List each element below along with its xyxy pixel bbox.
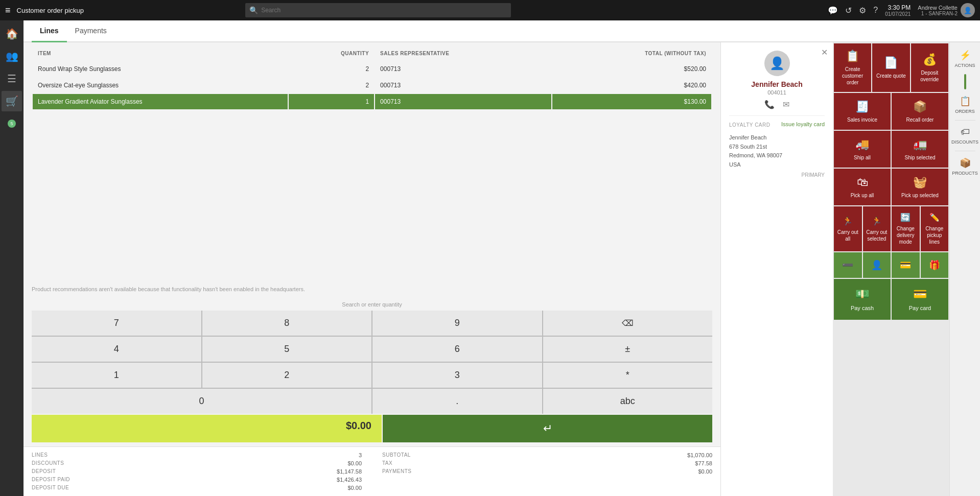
numpad-8[interactable]: 8: [202, 311, 372, 336]
loyalty-section: LOYALTY CARD Issue loyalty card: [729, 115, 825, 128]
customer-close-button[interactable]: ✕: [821, 48, 828, 57]
lightning-icon: ⚡: [960, 50, 971, 61]
numpad-9[interactable]: 9: [372, 311, 542, 336]
pick-up-all-icon: 🛍: [857, 176, 868, 189]
loyalty-label: LOYALTY CARD: [729, 122, 770, 128]
email-icon[interactable]: ✉: [783, 100, 789, 109]
pick-up-selected-button[interactable]: 🧺 Pick up selected: [892, 169, 948, 205]
lines-value: 3: [359, 452, 362, 458]
orders-strip-item[interactable]: 📋 ORDERS: [951, 91, 979, 118]
ship-selected-button[interactable]: 🚛 Ship selected: [892, 131, 948, 168]
amount-due-value-display: $0.00: [32, 415, 382, 442]
sidebar-item-home[interactable]: 🏠: [2, 23, 22, 44]
deposit-override-icon: 💰: [923, 53, 937, 66]
primary-badge: PRIMARY: [729, 172, 825, 178]
table-row[interactable]: Oversize Cat-eye Sunglasses 2 000713 $42…: [33, 78, 711, 93]
carryout-buttons-row: 🏃 Carry out all 🏃 Carry out selected 🔄 C…: [834, 206, 948, 251]
table-row[interactable]: Round Wrap Style Sunglasses 2 000713 $52…: [33, 61, 711, 77]
strip-divider: [955, 120, 975, 121]
icon-btn-gift[interactable]: 🎁: [921, 252, 949, 278]
numpad-plusminus[interactable]: ±: [543, 337, 713, 362]
numpad-4[interactable]: 4: [32, 337, 201, 362]
pick-up-all-button[interactable]: 🛍 Pick up all: [834, 169, 891, 205]
tab-lines[interactable]: Lines: [32, 20, 67, 42]
row-item: Oversize Cat-eye Sunglasses: [33, 78, 288, 93]
ship-all-label: Ship all: [854, 154, 871, 161]
main-content: ITEM QUANTITY SALES REPRESENTATIVE TOTAL…: [24, 42, 980, 496]
ship-selected-icon: 🚛: [913, 138, 927, 151]
issue-loyalty-card-link[interactable]: Issue loyalty card: [781, 121, 825, 127]
deposit-override-button[interactable]: 💰 Deposit override: [911, 43, 948, 92]
change-pickup-lines-button[interactable]: ✏️ Change pickup lines: [921, 206, 949, 251]
row-item: Lavender Gradient Aviator Sunglasses: [33, 94, 288, 109]
pay-cash-button[interactable]: 💵 Pay cash: [834, 279, 891, 320]
create-quote-button[interactable]: 📄 Create quote: [872, 43, 909, 92]
numpad-3[interactable]: 3: [372, 363, 542, 388]
settings-icon[interactable]: ⚙: [859, 6, 866, 15]
tab-payments[interactable]: Payments: [67, 20, 115, 42]
create-customer-order-button[interactable]: 📋 Create customer order: [834, 43, 871, 92]
content-area: Lines Payments ITEM QUANTITY SALES REPRE…: [24, 20, 980, 496]
top-buttons-row: 📋 Create customer order 📄 Create quote 💰…: [834, 43, 948, 92]
time-display: 3:30 PM 01/07/2021: [885, 4, 911, 17]
ship-selected-label: Ship selected: [904, 154, 935, 161]
carry-out-selected-icon: 🏃: [872, 216, 882, 226]
ship-buttons-row: 🚚 Ship all 🚛 Ship selected: [834, 131, 948, 168]
sidebar-badge-item[interactable]: 5: [2, 113, 22, 134]
pay-card-button[interactable]: 💳 Pay card: [892, 279, 948, 320]
sales-invoice-button[interactable]: 🧾 Sales invoice: [834, 93, 891, 130]
chat-icon[interactable]: 💬: [828, 6, 838, 15]
sidebar-item-people[interactable]: 👥: [2, 46, 22, 66]
carry-out-all-button[interactable]: 🏃 Carry out all: [834, 206, 862, 251]
icon-btn-person[interactable]: 👤: [863, 252, 891, 278]
numpad-6[interactable]: 6: [372, 337, 542, 362]
products-strip-item[interactable]: 📦 PRODUCTS: [951, 153, 979, 180]
sidebar-item-cart[interactable]: 🛒: [2, 91, 22, 111]
numpad-5[interactable]: 5: [202, 337, 372, 362]
change-delivery-mode-button[interactable]: 🔄 Change delivery mode: [892, 206, 920, 251]
numpad-abc[interactable]: abc: [543, 389, 713, 414]
search-input[interactable]: [261, 7, 507, 14]
search-bar: 🔍: [245, 3, 511, 17]
carry-out-all-icon: 🏃: [843, 216, 853, 226]
recall-order-button[interactable]: 📦 Recall order: [892, 93, 948, 130]
row-rep: 000713: [375, 94, 551, 109]
search-qty-label: Search or enter quantity: [32, 298, 712, 311]
lines-panel: ITEM QUANTITY SALES REPRESENTATIVE TOTAL…: [24, 42, 720, 496]
icon-btn-minus[interactable]: ➖: [834, 252, 862, 278]
col-rep: SALES REPRESENTATIVE: [375, 46, 551, 60]
numpad-1[interactable]: 1: [32, 363, 201, 388]
products-label: PRODUCTS: [952, 171, 978, 176]
numpad-0[interactable]: 0: [32, 389, 371, 414]
phone-icon[interactable]: 📞: [764, 100, 775, 109]
numpad-multiply[interactable]: *: [543, 363, 713, 388]
hamburger-icon[interactable]: ≡: [5, 5, 11, 16]
carry-out-selected-button[interactable]: 🏃 Carry out selected: [863, 206, 891, 251]
ship-all-button[interactable]: 🚚 Ship all: [834, 131, 891, 168]
numpad-decimal[interactable]: .: [372, 389, 542, 414]
row-qty: 2: [289, 78, 374, 93]
numpad-enter[interactable]: ↵: [383, 415, 712, 442]
help-icon[interactable]: ?: [873, 6, 878, 15]
pay-card-label: Pay card: [909, 305, 931, 311]
numpad-7[interactable]: 7: [32, 311, 201, 336]
table-row[interactable]: Lavender Gradient Aviator Sunglasses 1 0…: [33, 94, 711, 109]
change-pickup-lines-label: Change pickup lines: [924, 225, 946, 245]
pick-up-selected-label: Pick up selected: [901, 192, 939, 199]
discounts-strip-item[interactable]: 🏷 DISCOUNTS: [951, 123, 979, 149]
deposit-due-label: DEPOSIT DUE: [32, 485, 69, 491]
create-quote-label: Create quote: [876, 73, 906, 79]
deposit-value: $1,147.58: [337, 468, 362, 475]
icon-btn-card[interactable]: 💳: [892, 252, 920, 278]
products-icon: 📦: [960, 157, 971, 169]
numpad-backspace[interactable]: ⌫: [543, 311, 713, 336]
green-indicator-bar: [964, 74, 966, 89]
customer-id: 004011: [729, 89, 825, 96]
topbar-right: 💬 ↺ ⚙ ? 3:30 PM 01/07/2021 Andrew Collet…: [828, 3, 975, 17]
refresh-icon[interactable]: ↺: [845, 6, 852, 15]
sidebar-item-list[interactable]: ☰: [2, 68, 22, 89]
actions-strip-item[interactable]: ⚡ ACTIONS: [951, 45, 979, 72]
col-item: ITEM: [33, 46, 288, 60]
numpad-2[interactable]: 2: [202, 363, 372, 388]
side-actions-strip: ⚡ ACTIONS 📋 ORDERS 🏷 DISCOUNTS: [949, 42, 980, 496]
